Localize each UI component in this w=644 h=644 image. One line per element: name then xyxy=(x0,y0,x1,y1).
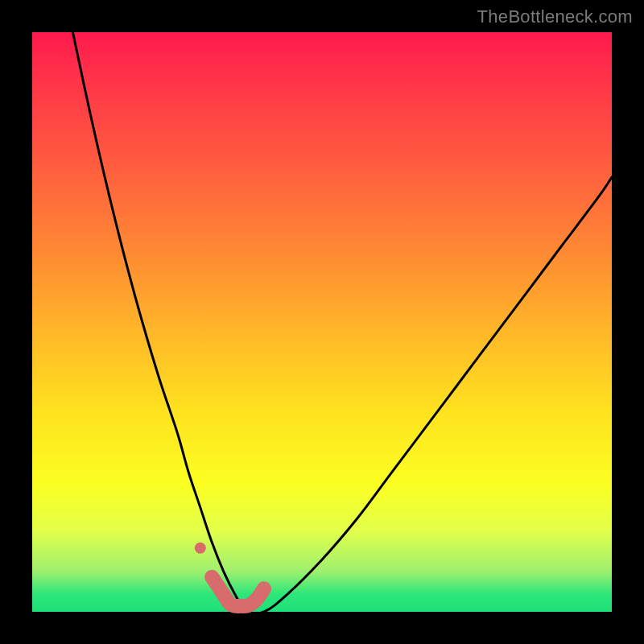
watermark-text: TheBottleneck.com xyxy=(477,6,633,27)
chart-svg xyxy=(32,32,612,612)
svg-point-0 xyxy=(195,543,206,554)
plot-area xyxy=(32,32,612,612)
bottleneck-curve xyxy=(72,32,612,614)
highlight-dots xyxy=(195,543,264,606)
chart-frame: TheBottleneck.com xyxy=(0,0,644,644)
